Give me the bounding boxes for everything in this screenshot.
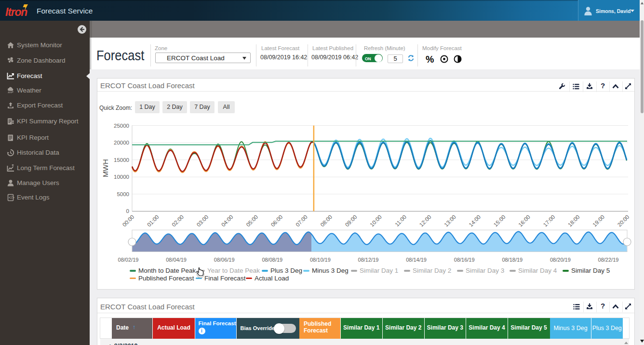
svg-text:Itron: Itron — [5, 6, 27, 18]
svg-text:</>: </> — [9, 195, 14, 200]
